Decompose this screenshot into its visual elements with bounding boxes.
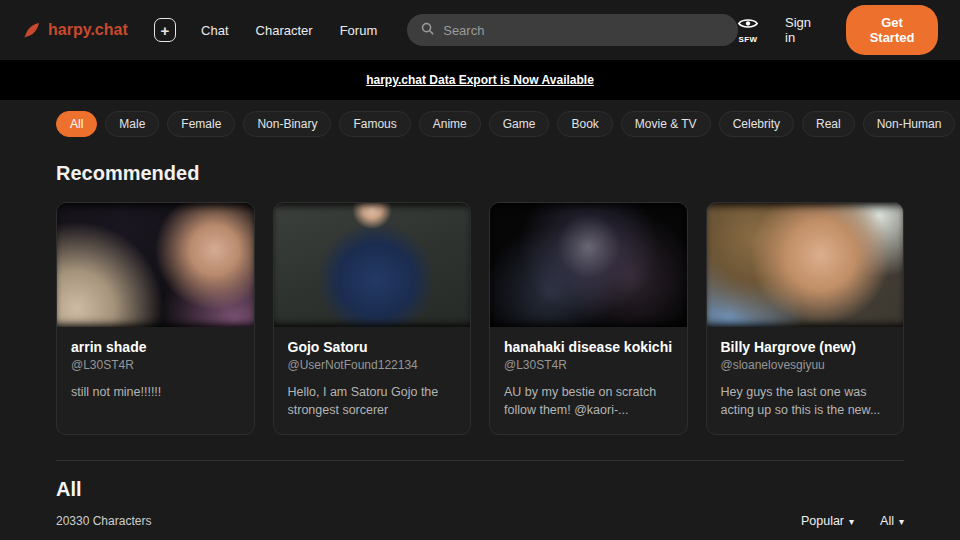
character-name: hanahaki disease kokichi: [504, 339, 673, 355]
filter-pill-real[interactable]: Real: [802, 111, 855, 137]
announcement-link[interactable]: harpy.chat Data Export is Now Available: [366, 73, 594, 87]
all-toolbar: 20330 Characters Popular ▾ All ▾: [56, 514, 904, 528]
get-started-button[interactable]: Get Started: [846, 5, 938, 55]
filter-pill-book[interactable]: Book: [557, 111, 612, 137]
sort-controls: Popular ▾ All ▾: [801, 514, 904, 528]
character-card[interactable]: Billy Hargrove (new) @sloanelovesgiyuu H…: [706, 202, 905, 435]
filter-pill-celebrity[interactable]: Celebrity: [719, 111, 794, 137]
character-image: [490, 203, 687, 327]
search-input[interactable]: [443, 23, 725, 38]
nav-link-chat[interactable]: Chat: [201, 23, 228, 38]
character-image: [57, 203, 254, 327]
plus-icon: +: [161, 23, 170, 38]
character-description: still not mine!!!!!!: [71, 384, 240, 402]
card-body: hanahaki disease kokichi @L30ST4R AU by …: [490, 327, 687, 432]
sfw-toggle[interactable]: SFW: [738, 16, 758, 44]
character-handle: @UserNotFound122134: [288, 358, 457, 372]
character-handle: @L30ST4R: [71, 358, 240, 372]
navbar: harpy.chat + Chat Character Forum SFW Si…: [0, 0, 960, 60]
character-name: arrin shade: [71, 339, 240, 355]
section-divider: [56, 460, 904, 461]
eye-icon: [738, 16, 758, 34]
filter-pill-anime[interactable]: Anime: [419, 111, 481, 137]
card-body: Billy Hargrove (new) @sloanelovesgiyuu H…: [707, 327, 904, 432]
filter-pill-game[interactable]: Game: [489, 111, 550, 137]
category-filter-bar: All Male Female Non-Binary Famous Anime …: [56, 111, 904, 137]
character-name: Billy Hargrove (new): [721, 339, 890, 355]
filter-pill-female[interactable]: Female: [167, 111, 235, 137]
character-handle: @sloanelovesgiyuu: [721, 358, 890, 372]
filter-pill-movie-tv[interactable]: Movie & TV: [621, 111, 711, 137]
filter-pill-famous[interactable]: Famous: [339, 111, 410, 137]
sort-dropdown-label: Popular: [801, 514, 844, 528]
main-content: All Male Female Non-Binary Famous Anime …: [0, 111, 960, 528]
sign-in-link[interactable]: Sign in: [785, 15, 819, 45]
filter-pill-male[interactable]: Male: [105, 111, 159, 137]
character-card[interactable]: hanahaki disease kokichi @L30ST4R AU by …: [489, 202, 688, 435]
character-description: AU by my bestie on scratch follow them! …: [504, 384, 673, 420]
nav-links: Chat Character Forum: [201, 23, 377, 38]
search-bar[interactable]: [407, 14, 738, 46]
logo-text: harpy.chat: [48, 21, 128, 39]
card-body: arrin shade @L30ST4R still not mine!!!!!…: [57, 327, 254, 414]
nav-link-character[interactable]: Character: [256, 23, 313, 38]
recommended-heading: Recommended: [56, 162, 904, 185]
create-character-button[interactable]: +: [154, 18, 176, 42]
search-icon: [420, 21, 435, 40]
category-dropdown-label: All: [880, 514, 894, 528]
filter-pill-all[interactable]: All: [56, 111, 97, 137]
filter-pill-non-human[interactable]: Non-Human: [863, 111, 956, 137]
character-description: Hello, I am Satoru Gojo the strongest so…: [288, 384, 457, 420]
logo[interactable]: harpy.chat: [22, 21, 128, 40]
character-image: [274, 203, 471, 327]
announcement-banner: harpy.chat Data Export is Now Available: [0, 60, 960, 100]
character-card[interactable]: Gojo Satoru @UserNotFound122134 Hello, I…: [273, 202, 472, 435]
character-description: Hey guys the last one was acting up so t…: [721, 384, 890, 420]
character-count: 20330 Characters: [56, 514, 151, 528]
nav-right: SFW Sign in Get Started: [738, 5, 938, 55]
filter-pill-non-binary[interactable]: Non-Binary: [243, 111, 331, 137]
recommended-cards: arrin shade @L30ST4R still not mine!!!!!…: [56, 202, 904, 435]
card-body: Gojo Satoru @UserNotFound122134 Hello, I…: [274, 327, 471, 432]
sfw-label: SFW: [739, 35, 758, 44]
chevron-down-icon: ▾: [849, 516, 854, 527]
character-image: [707, 203, 904, 327]
character-name: Gojo Satoru: [288, 339, 457, 355]
all-heading: All: [56, 478, 904, 501]
nav-link-forum[interactable]: Forum: [340, 23, 378, 38]
character-card[interactable]: arrin shade @L30ST4R still not mine!!!!!…: [56, 202, 255, 435]
feather-icon: [22, 21, 41, 40]
chevron-down-icon: ▾: [899, 516, 904, 527]
sort-dropdown[interactable]: Popular ▾: [801, 514, 854, 528]
character-handle: @L30ST4R: [504, 358, 673, 372]
category-dropdown[interactable]: All ▾: [880, 514, 904, 528]
